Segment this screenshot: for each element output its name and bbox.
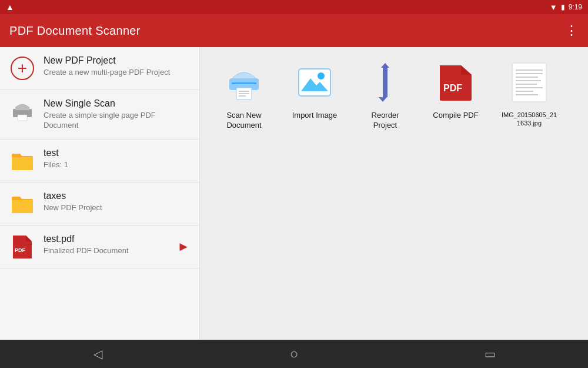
test-folder-icon	[9, 148, 35, 174]
svg-text:PDF: PDF	[443, 83, 462, 93]
svg-rect-5	[232, 82, 256, 84]
svg-marker-15	[379, 97, 387, 102]
new-single-scan-subtitle: Create a simple single page PDF Document	[44, 111, 190, 131]
android-icon: ▲	[6, 2, 14, 12]
nav-back-button[interactable]: ◁	[81, 342, 116, 366]
test-folder-subtitle: Files: 1	[44, 160, 190, 170]
status-left: ▲	[6, 2, 14, 12]
scanner-icon-svg	[11, 100, 34, 123]
sidebar-item-new-pdf-project[interactable]: + New PDF Project Create a new multi-pag…	[0, 47, 199, 90]
svg-rect-16	[383, 82, 387, 97]
compile-pdf-icon: PDF	[435, 62, 476, 103]
new-pdf-project-icon: +	[9, 55, 35, 81]
action-import-image[interactable]: Import Image	[288, 59, 341, 121]
svg-text:PDF: PDF	[15, 247, 26, 253]
sidebar-item-test-pdf[interactable]: PDF test.pdf Finalized PDF Document ►	[0, 226, 199, 268]
sidebar-item-new-single-scan[interactable]: New Single Scan Create a simple single p…	[0, 90, 199, 140]
svg-point-12	[318, 72, 325, 79]
taxes-folder-icon	[9, 191, 35, 217]
taxes-folder-title: taxes	[44, 191, 190, 201]
main-content: + New PDF Project Create a new multi-pag…	[0, 47, 588, 340]
svg-rect-14	[383, 68, 387, 82]
action-scan-new-document[interactable]: Scan New Document	[218, 59, 270, 131]
pdf-arrow-icon[interactable]: ►	[177, 239, 190, 254]
new-pdf-project-subtitle: Create a new multi-page PDF Project	[44, 68, 190, 78]
scan-new-document-label: Scan New Document	[218, 111, 270, 131]
scan-new-document-icon	[223, 62, 265, 103]
svg-rect-18	[512, 63, 546, 102]
pdf-icon-svg: PDF	[12, 234, 33, 259]
app-bar: PDF Document Scanner ⋮	[0, 14, 588, 47]
status-bar: ▲ ▼ ▮ 9:19	[0, 0, 588, 14]
new-single-scan-icon	[9, 98, 35, 124]
new-single-scan-title: New Single Scan	[44, 98, 190, 109]
test-pdf-icon: PDF	[9, 234, 35, 260]
action-reorder-project[interactable]: Reorder Project	[359, 59, 412, 131]
folder-icon-taxes-svg	[11, 193, 34, 214]
compile-pdf-icon-container: PDF	[432, 59, 479, 106]
svg-rect-10	[299, 69, 330, 96]
svg-marker-13	[381, 63, 389, 68]
test-folder-title: test	[44, 148, 190, 158]
home-icon: ○	[290, 346, 299, 362]
test-pdf-title: test.pdf	[44, 234, 172, 244]
recent-icon: ▭	[485, 347, 496, 361]
svg-rect-2	[18, 115, 27, 121]
sidebar: + New PDF Project Create a new multi-pag…	[0, 47, 200, 340]
test-folder-text: test Files: 1	[44, 148, 190, 170]
taxes-folder-subtitle: New PDF Project	[44, 203, 190, 213]
sidebar-item-test-folder[interactable]: test Files: 1	[0, 140, 199, 183]
reorder-project-icon-container	[362, 59, 409, 106]
status-time: 9:19	[569, 3, 582, 11]
right-panel: Scan New Document Import Image	[200, 47, 588, 340]
svg-rect-1	[15, 107, 29, 110]
reorder-project-label: Reorder Project	[359, 111, 412, 131]
sidebar-item-taxes-folder[interactable]: taxes New PDF Project	[0, 183, 199, 226]
new-single-scan-text: New Single Scan Create a simple single p…	[44, 98, 190, 131]
folder-icon-svg	[11, 150, 34, 171]
action-compile-pdf[interactable]: PDF Compile PDF	[429, 59, 482, 121]
status-right: ▼ ▮ 9:19	[550, 3, 582, 12]
nav-recent-button[interactable]: ▭	[472, 342, 507, 366]
reorder-project-icon	[365, 62, 406, 103]
taxes-folder-text: taxes New PDF Project	[44, 191, 190, 213]
circle-add-icon: +	[11, 57, 34, 80]
new-pdf-project-title: New PDF Project	[44, 55, 190, 66]
import-image-label: Import Image	[292, 111, 338, 121]
img-file-icon	[509, 62, 550, 103]
img-file-label: IMG_20150605_211633.jpg	[500, 111, 559, 128]
new-pdf-project-text: New PDF Project Create a new multi-page …	[44, 55, 190, 78]
nav-home-button[interactable]: ○	[276, 342, 312, 366]
img-file-icon-container	[506, 59, 553, 106]
back-icon: ◁	[93, 347, 102, 361]
more-menu-icon[interactable]: ⋮	[565, 23, 579, 38]
import-image-icon-container	[291, 59, 338, 106]
scan-new-document-icon-container	[220, 59, 268, 106]
bottom-nav: ◁ ○ ▭	[0, 340, 588, 368]
wifi-icon: ▼	[550, 3, 557, 12]
compile-pdf-label: Compile PDF	[433, 111, 478, 121]
battery-icon: ▮	[561, 3, 565, 11]
app-title: PDF Document Scanner	[9, 24, 141, 38]
action-img-file[interactable]: IMG_20150605_211633.jpg	[500, 59, 559, 128]
test-pdf-subtitle: Finalized PDF Document	[44, 246, 172, 256]
import-image-icon	[294, 62, 335, 103]
test-pdf-text: test.pdf Finalized PDF Document	[44, 234, 172, 256]
